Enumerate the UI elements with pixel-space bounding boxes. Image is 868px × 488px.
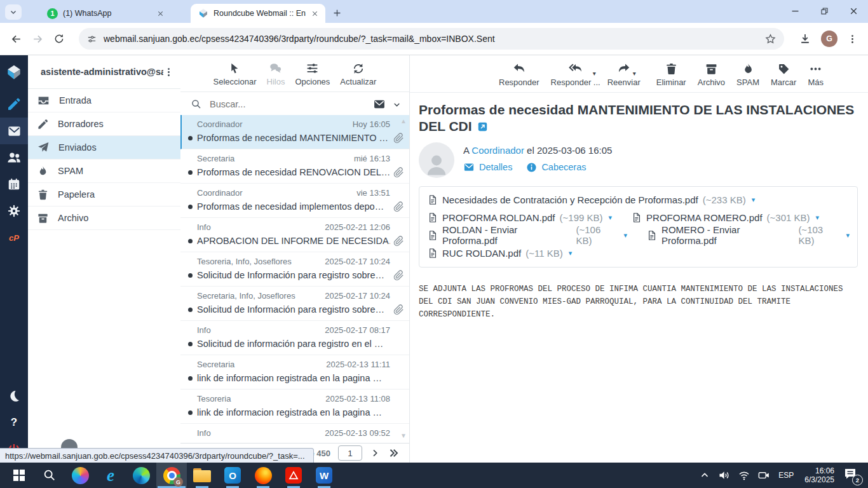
threads-button[interactable]: Hilos bbox=[267, 62, 285, 86]
select-button[interactable]: Seleccionar bbox=[214, 62, 257, 86]
sidebar-item-borradores[interactable]: Borradores bbox=[28, 112, 180, 136]
browser-menu-button[interactable] bbox=[841, 28, 863, 50]
dark-mode-moon-icon[interactable] bbox=[0, 383, 28, 409]
spam-button[interactable]: SPAM bbox=[736, 62, 759, 87]
attachment-menu-caret-icon[interactable]: ▾ bbox=[624, 231, 628, 240]
reload-button[interactable] bbox=[48, 28, 70, 50]
tray-chevron-up-icon[interactable] bbox=[697, 467, 712, 484]
attachment-item[interactable]: RUC ROLDAN.pdf(~11 KB)▾ bbox=[427, 247, 572, 259]
attachment-menu-caret-icon[interactable]: ▾ bbox=[846, 231, 850, 240]
start-button[interactable] bbox=[4, 463, 34, 488]
taskbar-acrobat-button[interactable] bbox=[278, 463, 309, 488]
taskbar-ie-button[interactable]: e bbox=[95, 463, 126, 488]
next-page-icon[interactable] bbox=[370, 448, 380, 458]
downloads-button[interactable] bbox=[794, 28, 816, 50]
more-button[interactable]: Más bbox=[808, 62, 824, 87]
reply-button[interactable]: Responder bbox=[499, 62, 539, 87]
site-settings-icon[interactable] bbox=[86, 34, 97, 44]
attachment-item[interactable]: PROFORMA ROMERO.pdf(~301 KB)▾ bbox=[631, 212, 819, 224]
bookmark-star-icon[interactable] bbox=[764, 33, 776, 45]
clock[interactable]: 16:066/3/2025 bbox=[804, 466, 834, 484]
speaker-icon[interactable] bbox=[717, 467, 732, 484]
taskbar-firefox-button[interactable] bbox=[248, 463, 278, 488]
calendar-nav-icon[interactable] bbox=[0, 171, 28, 198]
headers-toggle[interactable]: Cabeceras bbox=[526, 161, 586, 173]
taskbar-chrome-button[interactable]: G bbox=[156, 463, 187, 488]
tab-whatsapp[interactable]: 1 (1) WhatsApp bbox=[39, 4, 171, 23]
sidebar-item-archivo[interactable]: Archivo bbox=[28, 207, 180, 230]
compose-button[interactable] bbox=[0, 91, 28, 118]
sidebar-item-entrada[interactable]: Entrada bbox=[28, 89, 180, 112]
sidebar-item-spam[interactable]: SPAM bbox=[28, 159, 180, 183]
settings-gear-icon[interactable] bbox=[0, 198, 28, 224]
attachment-menu-caret-icon[interactable]: ▾ bbox=[752, 196, 756, 204]
scrollbar-down-arrow[interactable]: ▼ bbox=[400, 432, 407, 439]
profile-avatar[interactable]: G bbox=[821, 30, 837, 47]
notifications-button[interactable]: 2 bbox=[843, 466, 862, 484]
taskbar-edge-button[interactable] bbox=[126, 463, 156, 488]
list-item[interactable]: Secretaria, Info, Joseflores2025-02-17 1… bbox=[180, 287, 409, 321]
taskbar-outlook-button[interactable]: O bbox=[217, 463, 248, 488]
taskbar-explorer-button[interactable] bbox=[187, 463, 217, 488]
new-tab-button[interactable] bbox=[329, 5, 344, 20]
list-item[interactable]: Info2025-02-17 08:17 Solicitud de inform… bbox=[180, 321, 409, 355]
close-tab-icon[interactable] bbox=[156, 10, 165, 18]
taskbar-copilot-button[interactable] bbox=[65, 463, 95, 488]
taskbar-word-button[interactable]: W bbox=[309, 463, 339, 488]
forward-button[interactable] bbox=[27, 28, 48, 50]
envelope-scope-icon[interactable] bbox=[373, 98, 386, 111]
list-item[interactable]: CoordinadorHoy 16:05 Proformas de necesi… bbox=[180, 115, 409, 149]
tab-search-button[interactable] bbox=[5, 4, 22, 20]
folder-label: Borradores bbox=[58, 119, 104, 129]
open-in-new-window-icon[interactable] bbox=[477, 121, 488, 132]
attachment-item[interactable]: ROLDAN - Enviar Proforma.pdf(~106 KB)▾ bbox=[427, 224, 627, 246]
attachment-menu-caret-icon[interactable]: ▾ bbox=[609, 214, 613, 222]
folder-label: Enviados bbox=[58, 142, 97, 152]
meet-now-icon[interactable] bbox=[756, 467, 771, 484]
options-button[interactable]: Opciones bbox=[295, 62, 330, 86]
list-item[interactable]: Info2025-02-21 12:06 APROBACION DEL INFO… bbox=[180, 218, 409, 252]
list-item[interactable]: Secretaria2025-02-13 11:11 link de infor… bbox=[180, 355, 409, 390]
attachment-item[interactable]: Necesidades de Contratación y Recepción … bbox=[427, 194, 755, 206]
page-input[interactable]: 1 bbox=[338, 445, 362, 461]
sidebar-item-papelera[interactable]: Papelera bbox=[28, 183, 180, 207]
last-page-icon[interactable] bbox=[388, 447, 399, 459]
cpanel-link[interactable]: cP bbox=[0, 224, 28, 251]
chevron-down-icon bbox=[9, 8, 18, 17]
list-item[interactable]: Tesoreria, Info, Joseflores2025-02-17 10… bbox=[180, 252, 409, 287]
help-button[interactable]: ? bbox=[0, 409, 28, 436]
dropdown-caret-icon[interactable]: ▾ bbox=[593, 70, 596, 77]
attachment-item[interactable]: ROMERO - Enviar Proforma.pdf(~103 KB)▾ bbox=[646, 224, 850, 246]
taskbar-search-button[interactable] bbox=[34, 463, 65, 488]
close-tab-icon[interactable] bbox=[311, 10, 319, 18]
dropdown-caret-icon[interactable]: ▾ bbox=[633, 70, 636, 77]
back-button[interactable] bbox=[5, 28, 27, 50]
close-window-button[interactable] bbox=[839, 0, 868, 22]
recipient-link[interactable]: Coordinador bbox=[471, 145, 524, 156]
restore-button[interactable] bbox=[810, 0, 839, 22]
list-item[interactable]: Info2025-02-13 09:52 bbox=[180, 424, 409, 443]
minimize-button[interactable] bbox=[780, 0, 810, 22]
delete-button[interactable]: Eliminar bbox=[656, 62, 686, 87]
account-menu-button[interactable] bbox=[163, 67, 174, 78]
details-toggle[interactable]: Detalles bbox=[463, 161, 512, 173]
attachment-item[interactable]: PROFORMA ROLDAN.pdf(~199 KB)▾ bbox=[427, 212, 612, 224]
language-indicator[interactable]: ESP bbox=[778, 471, 794, 480]
attachment-menu-caret-icon[interactable]: ▾ bbox=[569, 249, 573, 257]
attachment-menu-caret-icon[interactable]: ▾ bbox=[816, 214, 820, 222]
wifi-icon[interactable] bbox=[736, 467, 752, 484]
mail-nav-icon[interactable] bbox=[0, 118, 28, 144]
list-item[interactable]: Secretariamié 16:13 Proformas de necesid… bbox=[180, 149, 409, 184]
search-options-chevron-icon[interactable] bbox=[392, 100, 402, 109]
scrollbar-up-arrow[interactable]: ▲ bbox=[400, 118, 407, 125]
mark-button[interactable]: Marcar bbox=[771, 62, 796, 87]
search-input[interactable] bbox=[208, 98, 367, 110]
sidebar-item-enviados[interactable]: Enviados bbox=[28, 136, 180, 159]
refresh-button[interactable]: Actualizar bbox=[340, 62, 376, 86]
contacts-nav-icon[interactable] bbox=[0, 144, 28, 171]
url-bar[interactable]: webmail.sanjuan.gob.ec/cpsess4234740396/… bbox=[79, 28, 784, 50]
tab-roundcube[interactable]: Roundcube Webmail :: Enviados bbox=[191, 4, 325, 23]
list-item[interactable]: Coordinadorvie 13:51 Proformas de necesi… bbox=[180, 184, 409, 218]
archive-button[interactable]: Archivo bbox=[698, 62, 725, 87]
list-item[interactable]: Tesoreria2025-02-13 11:08 link de inform… bbox=[180, 390, 409, 424]
